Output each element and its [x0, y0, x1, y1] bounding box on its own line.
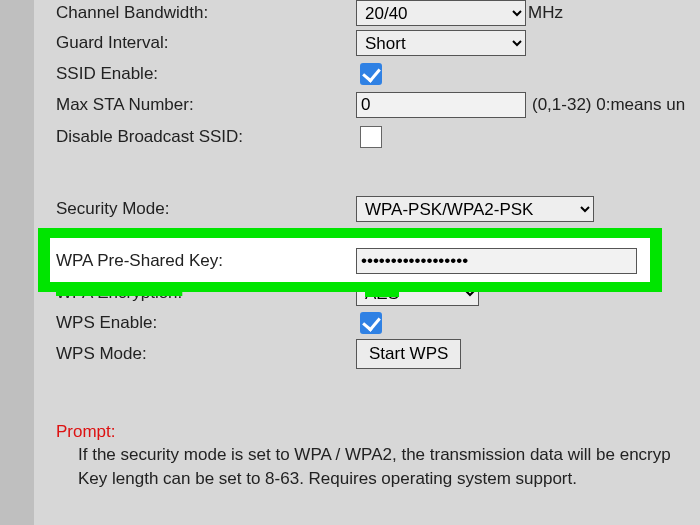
guard-interval-select[interactable]: Short	[356, 30, 526, 56]
disable-broadcast-label: Disable Broadcast SSID:	[56, 127, 243, 147]
prompt-body: If the security mode is set to WPA / WPA…	[78, 443, 700, 491]
wpa-encryption-label: WPA Encryption:	[56, 283, 182, 303]
row-wpa-psk: WPA Pre-Shared Key:	[34, 248, 700, 274]
row-wpa-encryption: WPA Encryption: AES	[34, 278, 700, 308]
wps-enable-checkbox[interactable]	[360, 312, 382, 334]
wpa-encryption-select[interactable]: AES	[356, 280, 479, 306]
wpa-psk-label: WPA Pre-Shared Key:	[56, 251, 223, 271]
ssid-enable-checkbox[interactable]	[360, 63, 382, 85]
ssid-enable-label: SSID Enable:	[56, 64, 158, 84]
channel-bandwidth-label: Channel Bandwidth:	[56, 3, 208, 23]
row-disable-broadcast: Disable Broadcast SSID:	[34, 122, 700, 152]
row-wps-enable: WPS Enable:	[34, 308, 700, 338]
row-security-mode: Security Mode: WPA-PSK/WPA2-PSK	[34, 194, 700, 224]
max-sta-hint: (0,1-32) 0:means un	[532, 95, 685, 115]
max-sta-label: Max STA Number:	[56, 95, 194, 115]
wpa-psk-input[interactable]	[356, 248, 637, 274]
wps-mode-label: WPS Mode:	[56, 344, 147, 364]
row-max-sta: Max STA Number: (0,1-32) 0:means un	[34, 90, 700, 120]
wireless-settings-panel: Channel Bandwidth: 20/40 MHz Guard Inter…	[34, 0, 700, 525]
guard-interval-label: Guard Interval:	[56, 33, 168, 53]
security-mode-label: Security Mode:	[56, 199, 169, 219]
channel-bandwidth-select[interactable]: 20/40	[356, 0, 526, 26]
row-ssid-enable: SSID Enable:	[34, 59, 700, 89]
security-mode-select[interactable]: WPA-PSK/WPA2-PSK	[356, 196, 594, 222]
disable-broadcast-checkbox[interactable]	[360, 126, 382, 148]
row-wps-mode: WPS Mode: Start WPS	[34, 339, 700, 369]
prompt-title: Prompt:	[56, 422, 116, 442]
wps-enable-label: WPS Enable:	[56, 313, 157, 333]
bandwidth-unit-label: MHz	[528, 3, 563, 23]
max-sta-input[interactable]	[356, 92, 526, 118]
start-wps-button[interactable]: Start WPS	[356, 339, 461, 369]
row-channel-bandwidth: Channel Bandwidth: 20/40 MHz	[34, 0, 700, 28]
row-guard-interval: Guard Interval: Short	[34, 28, 700, 58]
